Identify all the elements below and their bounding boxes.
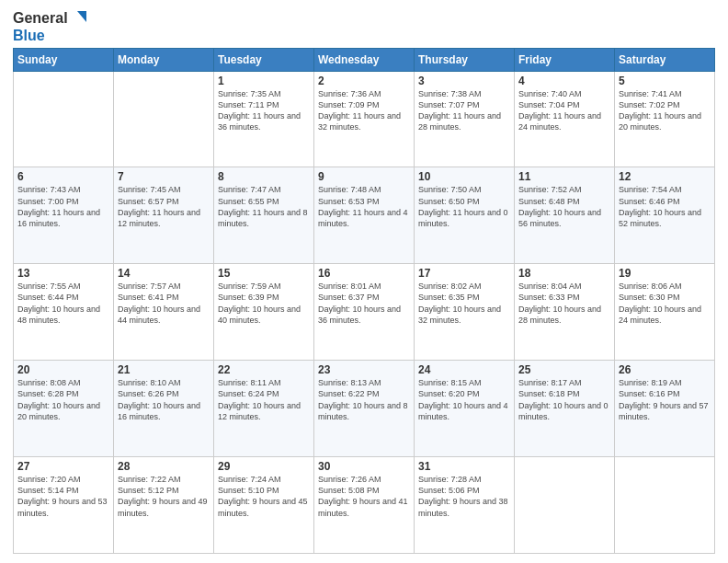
day-number: 11 bbox=[518, 170, 610, 183]
calendar-cell-2-1: 6Sunrise: 7:43 AM Sunset: 7:00 PM Daylig… bbox=[14, 167, 114, 264]
day-number: 9 bbox=[318, 170, 410, 183]
calendar-cell-5-1: 27Sunrise: 7:20 AM Sunset: 5:14 PM Dayli… bbox=[14, 457, 114, 554]
day-info: Sunrise: 8:10 AM Sunset: 6:26 PM Dayligh… bbox=[118, 377, 210, 422]
day-info: Sunrise: 7:26 AM Sunset: 5:08 PM Dayligh… bbox=[318, 474, 410, 519]
day-info: Sunrise: 7:57 AM Sunset: 6:41 PM Dayligh… bbox=[118, 281, 210, 326]
day-number: 26 bbox=[619, 363, 711, 376]
calendar-cell-3-7: 19Sunrise: 8:06 AM Sunset: 6:30 PM Dayli… bbox=[615, 264, 715, 361]
calendar-cell-2-3: 8Sunrise: 7:47 AM Sunset: 6:55 PM Daylig… bbox=[214, 167, 314, 264]
day-number: 3 bbox=[418, 75, 510, 87]
day-info: Sunrise: 7:40 AM Sunset: 7:04 PM Dayligh… bbox=[518, 88, 610, 133]
calendar-cell-3-6: 18Sunrise: 8:04 AM Sunset: 6:33 PM Dayli… bbox=[515, 264, 615, 361]
calendar-header-tuesday: Tuesday bbox=[214, 48, 314, 71]
day-info: Sunrise: 7:24 AM Sunset: 5:10 PM Dayligh… bbox=[218, 474, 310, 519]
day-number: 23 bbox=[318, 363, 410, 376]
day-info: Sunrise: 7:22 AM Sunset: 5:12 PM Dayligh… bbox=[118, 474, 210, 519]
calendar-cell-5-2: 28Sunrise: 7:22 AM Sunset: 5:12 PM Dayli… bbox=[114, 457, 214, 554]
calendar-cell-2-2: 7Sunrise: 7:45 AM Sunset: 6:57 PM Daylig… bbox=[114, 167, 214, 264]
day-info: Sunrise: 7:36 AM Sunset: 7:09 PM Dayligh… bbox=[318, 88, 410, 133]
calendar-week-1: 1Sunrise: 7:35 AM Sunset: 7:11 PM Daylig… bbox=[14, 71, 715, 167]
day-info: Sunrise: 8:17 AM Sunset: 6:18 PM Dayligh… bbox=[518, 377, 610, 422]
day-number: 27 bbox=[17, 460, 109, 473]
calendar-header-saturday: Saturday bbox=[615, 48, 715, 71]
day-info: Sunrise: 7:28 AM Sunset: 5:06 PM Dayligh… bbox=[418, 474, 510, 519]
day-info: Sunrise: 7:38 AM Sunset: 7:07 PM Dayligh… bbox=[418, 88, 510, 133]
calendar-cell-1-5: 3Sunrise: 7:38 AM Sunset: 7:07 PM Daylig… bbox=[415, 71, 515, 167]
day-number: 24 bbox=[418, 363, 510, 376]
day-info: Sunrise: 8:15 AM Sunset: 6:20 PM Dayligh… bbox=[418, 377, 510, 422]
day-info: Sunrise: 7:45 AM Sunset: 6:57 PM Dayligh… bbox=[118, 184, 210, 229]
day-info: Sunrise: 7:55 AM Sunset: 6:44 PM Dayligh… bbox=[17, 281, 109, 326]
calendar-cell-1-1 bbox=[14, 71, 114, 167]
calendar-cell-2-4: 9Sunrise: 7:48 AM Sunset: 6:53 PM Daylig… bbox=[314, 167, 415, 264]
calendar-week-4: 20Sunrise: 8:08 AM Sunset: 6:28 PM Dayli… bbox=[14, 361, 715, 457]
day-number: 21 bbox=[118, 363, 210, 376]
calendar-cell-5-3: 29Sunrise: 7:24 AM Sunset: 5:10 PM Dayli… bbox=[214, 457, 314, 554]
day-number: 14 bbox=[118, 267, 210, 280]
calendar-cell-3-1: 13Sunrise: 7:55 AM Sunset: 6:44 PM Dayli… bbox=[14, 264, 114, 361]
day-number: 31 bbox=[418, 460, 510, 473]
day-info: Sunrise: 7:59 AM Sunset: 6:39 PM Dayligh… bbox=[218, 281, 310, 326]
day-info: Sunrise: 7:20 AM Sunset: 5:14 PM Dayligh… bbox=[17, 474, 109, 519]
day-info: Sunrise: 8:19 AM Sunset: 6:16 PM Dayligh… bbox=[619, 377, 711, 422]
day-number: 28 bbox=[118, 460, 210, 473]
calendar-cell-4-7: 26Sunrise: 8:19 AM Sunset: 6:16 PM Dayli… bbox=[615, 361, 715, 457]
calendar-header-sunday: Sunday bbox=[14, 48, 114, 71]
logo-blue-text: Blue bbox=[13, 28, 88, 44]
svg-marker-0 bbox=[77, 11, 86, 22]
day-info: Sunrise: 8:06 AM Sunset: 6:30 PM Dayligh… bbox=[619, 281, 711, 326]
calendar-header-monday: Monday bbox=[114, 48, 214, 71]
day-info: Sunrise: 7:43 AM Sunset: 7:00 PM Dayligh… bbox=[17, 184, 109, 229]
calendar-week-3: 13Sunrise: 7:55 AM Sunset: 6:44 PM Dayli… bbox=[14, 264, 715, 361]
calendar-header-row: SundayMondayTuesdayWednesdayThursdayFrid… bbox=[14, 48, 715, 71]
calendar-cell-5-4: 30Sunrise: 7:26 AM Sunset: 5:08 PM Dayli… bbox=[314, 457, 415, 554]
calendar-cell-1-4: 2Sunrise: 7:36 AM Sunset: 7:09 PM Daylig… bbox=[314, 71, 415, 167]
day-info: Sunrise: 7:41 AM Sunset: 7:02 PM Dayligh… bbox=[619, 88, 711, 133]
day-number: 8 bbox=[218, 170, 310, 183]
calendar-table: SundayMondayTuesdayWednesdayThursdayFrid… bbox=[13, 48, 715, 554]
day-number: 13 bbox=[17, 267, 109, 280]
calendar-cell-5-5: 31Sunrise: 7:28 AM Sunset: 5:06 PM Dayli… bbox=[415, 457, 515, 554]
day-number: 7 bbox=[118, 170, 210, 183]
calendar-cell-4-2: 21Sunrise: 8:10 AM Sunset: 6:26 PM Dayli… bbox=[114, 361, 214, 457]
day-info: Sunrise: 8:11 AM Sunset: 6:24 PM Dayligh… bbox=[218, 377, 310, 422]
day-number: 6 bbox=[17, 170, 109, 183]
logo-general-text: General bbox=[13, 10, 68, 27]
calendar-week-5: 27Sunrise: 7:20 AM Sunset: 5:14 PM Dayli… bbox=[14, 457, 715, 554]
day-info: Sunrise: 7:48 AM Sunset: 6:53 PM Dayligh… bbox=[318, 184, 410, 229]
day-info: Sunrise: 8:13 AM Sunset: 6:22 PM Dayligh… bbox=[318, 377, 410, 422]
calendar-cell-5-7 bbox=[615, 457, 715, 554]
calendar-cell-2-6: 11Sunrise: 7:52 AM Sunset: 6:48 PM Dayli… bbox=[515, 167, 615, 264]
day-info: Sunrise: 7:47 AM Sunset: 6:55 PM Dayligh… bbox=[218, 184, 310, 229]
calendar-header-wednesday: Wednesday bbox=[314, 48, 415, 71]
calendar-cell-1-7: 5Sunrise: 7:41 AM Sunset: 7:02 PM Daylig… bbox=[615, 71, 715, 167]
day-number: 2 bbox=[318, 75, 410, 87]
calendar-cell-3-2: 14Sunrise: 7:57 AM Sunset: 6:41 PM Dayli… bbox=[114, 264, 214, 361]
calendar-week-2: 6Sunrise: 7:43 AM Sunset: 7:00 PM Daylig… bbox=[14, 167, 715, 264]
calendar-header-friday: Friday bbox=[515, 48, 615, 71]
calendar-cell-3-4: 16Sunrise: 8:01 AM Sunset: 6:37 PM Dayli… bbox=[314, 264, 415, 361]
day-number: 1 bbox=[218, 75, 310, 87]
day-info: Sunrise: 8:02 AM Sunset: 6:35 PM Dayligh… bbox=[418, 281, 510, 326]
calendar-cell-3-5: 17Sunrise: 8:02 AM Sunset: 6:35 PM Dayli… bbox=[415, 264, 515, 361]
day-number: 20 bbox=[17, 363, 109, 376]
day-number: 16 bbox=[318, 267, 410, 280]
calendar-cell-4-3: 22Sunrise: 8:11 AM Sunset: 6:24 PM Dayli… bbox=[214, 361, 314, 457]
day-info: Sunrise: 7:54 AM Sunset: 6:46 PM Dayligh… bbox=[619, 184, 711, 229]
day-info: Sunrise: 8:04 AM Sunset: 6:33 PM Dayligh… bbox=[518, 281, 610, 326]
calendar-header-thursday: Thursday bbox=[415, 48, 515, 71]
day-info: Sunrise: 7:35 AM Sunset: 7:11 PM Dayligh… bbox=[218, 88, 310, 133]
day-info: Sunrise: 8:08 AM Sunset: 6:28 PM Dayligh… bbox=[17, 377, 109, 422]
calendar-cell-2-7: 12Sunrise: 7:54 AM Sunset: 6:46 PM Dayli… bbox=[615, 167, 715, 264]
calendar-cell-4-1: 20Sunrise: 8:08 AM Sunset: 6:28 PM Dayli… bbox=[14, 361, 114, 457]
calendar-cell-3-3: 15Sunrise: 7:59 AM Sunset: 6:39 PM Dayli… bbox=[214, 264, 314, 361]
logo: General Blue bbox=[13, 9, 88, 44]
page-header: General Blue bbox=[13, 9, 715, 44]
day-number: 18 bbox=[518, 267, 610, 280]
day-number: 17 bbox=[418, 267, 510, 280]
day-number: 25 bbox=[518, 363, 610, 376]
day-number: 22 bbox=[218, 363, 310, 376]
calendar-cell-2-5: 10Sunrise: 7:50 AM Sunset: 6:50 PM Dayli… bbox=[415, 167, 515, 264]
calendar-cell-4-4: 23Sunrise: 8:13 AM Sunset: 6:22 PM Dayli… bbox=[314, 361, 415, 457]
day-number: 10 bbox=[418, 170, 510, 183]
